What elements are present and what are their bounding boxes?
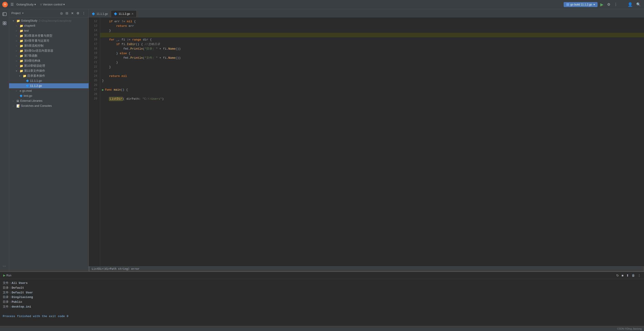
tree-item-test.go[interactable]: 🔷 test.go [9, 93, 88, 98]
ln-23: 23 [89, 69, 100, 74]
tree-item-ch6[interactable]: › 📁 第6章Go语言内置容器 [9, 48, 88, 53]
ch5-folder-icon: 📁 [20, 44, 23, 48]
project-panel-icon[interactable] [1, 11, 8, 17]
run-config-label: go build 11.1.2.go [570, 3, 592, 6]
output-line-1: 文件：All Users [3, 281, 641, 286]
run-more-button[interactable]: ⋮ [637, 273, 642, 278]
ln-13: 13 [89, 24, 100, 28]
run-gutter-arrow[interactable]: ▶ [102, 88, 104, 92]
run-tab-label: Run [6, 274, 12, 277]
panel-settings-button[interactable]: ⚙ [76, 11, 80, 16]
collaboration-button[interactable]: 👤 [627, 1, 634, 8]
panel-more-button[interactable]: ⋮ [81, 11, 86, 16]
ch4-folder-icon: 📁 [20, 39, 23, 42]
code-content[interactable]: if err != nil { return err } for _, fi :… [100, 17, 644, 266]
more-actions-button[interactable]: ⋮ [613, 1, 618, 8]
close-panel-button[interactable]: ✕ [70, 11, 75, 16]
tree-item-ch3[interactable]: › 📁 第3章基本变量与类型 [9, 33, 88, 38]
testgo-file-icon: 🔷 [20, 94, 23, 98]
tree-item-ch7[interactable]: › 📁 第7章函数 [9, 53, 88, 58]
tree-item-dir-ops[interactable]: ▾ 📁 目录基本操作 [9, 73, 88, 78]
ch7-folder-icon: 📁 [20, 54, 23, 58]
project-panel: Project ▾ ◎ ⊟ ✕ ⚙ ⋮ ▾ 📁 GolangStudy D:\D… [9, 9, 89, 271]
ln-12: 12 [89, 19, 100, 24]
hamburger-menu[interactable]: ☰ [10, 1, 14, 8]
tree-item-11.1.1.go[interactable]: 🔷 11.1.1.go [9, 78, 88, 83]
more-tools-icon[interactable]: ··· [1, 263, 8, 269]
status-text: CSDN ©Ding Jiaxiong [617, 327, 642, 330]
project-panel-header: Project ▾ ◎ ⊟ ✕ ⚙ ⋮ [9, 9, 88, 17]
ch3-folder-icon: 📁 [20, 34, 23, 38]
project-panel-title: Project [12, 12, 20, 15]
output-line-success: Process finished with the exit code 0 [3, 314, 641, 319]
clear-button[interactable]: 🗑 [631, 273, 636, 278]
autocomplete-hint: ListDir(dirPath string) error [89, 266, 644, 271]
test-folder-icon: 📁 [20, 29, 23, 32]
tab-11.1.1.go[interactable]: 🔷 11.1.1.go [89, 10, 111, 17]
file-11.1.2-icon: 🔷 [26, 84, 29, 88]
root-path: D:\DingJiaxiong\GolangStudy [39, 19, 72, 22]
svg-rect-5 [5, 24, 6, 25]
mod-file-icon: ≡ [20, 89, 22, 93]
version-dropdown-icon: ▾ [63, 3, 65, 6]
code-line-15 [100, 33, 644, 37]
tree-item-scratches[interactable]: › 📝 Scratches and Consoles [9, 103, 88, 108]
stop-button[interactable]: ■ [621, 273, 624, 278]
run-output: 文件：All Users 目录：Default 文件：Default User … [0, 279, 644, 326]
tree-item-ch4[interactable]: › 📁 第4章常量与运算符 [9, 38, 88, 43]
status-bar: CSDN ©Ding Jiaxiong [0, 326, 644, 331]
rerun-button[interactable]: ↻ [615, 273, 620, 278]
tree-item-ext-libs[interactable]: › 🏛 External Libraries [9, 98, 88, 103]
output-line-3: 文件：Default User [3, 290, 641, 295]
project-name-btn[interactable]: GolangStudy ▾ [16, 3, 36, 6]
restore-button[interactable]: ⬆ [625, 273, 630, 278]
run-config-button[interactable]: go build 11.1.2.go ▾ [564, 2, 598, 7]
listdir-highlight: ListDir [109, 97, 123, 101]
output-line-4: 目录：DingJiaxiong [3, 295, 641, 300]
code-line-20: fmt.Println("文件: " + fi.Name()) [100, 56, 644, 60]
code-line-21: } [100, 60, 644, 65]
code-line-29: ListDir( dirPath: "C:\\Users") [100, 96, 644, 101]
tree-root[interactable]: ▾ 📁 GolangStudy D:\DingJiaxiong\GolangSt… [9, 18, 88, 23]
collapse-all-button[interactable]: ⊟ [65, 11, 69, 16]
output-line-6: 文件：desktop.ini [3, 304, 641, 309]
root-chevron: ▾ [13, 20, 16, 22]
code-line-26 [100, 83, 644, 88]
ln-28: 28 [89, 92, 100, 96]
project-panel-dropdown[interactable]: ▾ [22, 12, 24, 14]
code-line-13: return err [100, 24, 644, 28]
tree-item-ch5[interactable]: › 📁 第5章流程控制 [9, 43, 88, 48]
tab2-icon: 🔷 [114, 12, 117, 16]
tab-11.1.2.go[interactable]: 🔷 11.1.2.go ✕ [111, 10, 136, 17]
tree-item-ch10[interactable]: › 📁 第10章错误处理 [9, 63, 88, 68]
svg-rect-2 [3, 22, 4, 23]
run-tab[interactable]: ▶ Run [2, 274, 12, 277]
debug-button[interactable]: ⚙ [606, 1, 611, 8]
code-line-23 [100, 69, 644, 74]
output-line-5: 目录：Public [3, 300, 641, 304]
tree-item-test[interactable]: › 📁 test [9, 28, 88, 33]
tree-item-go.mod[interactable]: › ≡ go.mod [9, 88, 88, 93]
ln-20: 20 [89, 56, 100, 60]
code-line-19: } else { [100, 51, 644, 56]
tree-item-chapter8[interactable]: › 📁 chapter8 [9, 23, 88, 28]
ln-26: 26 [89, 83, 100, 88]
code-editor: 12 13 14 15 16 17 18 19 20 21 22 23 24 2… [89, 17, 644, 266]
ln-19: 19 [89, 51, 100, 56]
code-line-17: if fi.IsDir() { //忽略目录 [100, 42, 644, 46]
tree-item-ch11[interactable]: ▾ 📁 第11章文件操作 [9, 68, 88, 73]
search-everywhere-button[interactable]: 🔍 [635, 1, 642, 8]
ext-libs-icon: 🏛 [16, 99, 19, 103]
tab2-close[interactable]: ✕ [131, 12, 134, 16]
ln-18: 18 [89, 46, 100, 51]
project-dropdown-icon: ▾ [34, 3, 36, 6]
plugins-icon[interactable] [1, 20, 8, 26]
locate-file-button[interactable]: ◎ [59, 11, 64, 16]
project-tree: ▾ 📁 GolangStudy D:\DingJiaxiong\GolangSt… [9, 17, 88, 271]
run-button[interactable]: ▶ [600, 1, 604, 8]
tree-item-11.1.2.go[interactable]: 🔷 11.1.2.go [9, 83, 88, 88]
tree-item-ch9[interactable]: › 📁 第9章结构体 [9, 58, 88, 63]
ln-29: 29 [89, 96, 100, 101]
side-toolbar: ··· [0, 9, 9, 271]
version-control-btn[interactable]: ⑂ Version control ▾ [40, 3, 65, 6]
